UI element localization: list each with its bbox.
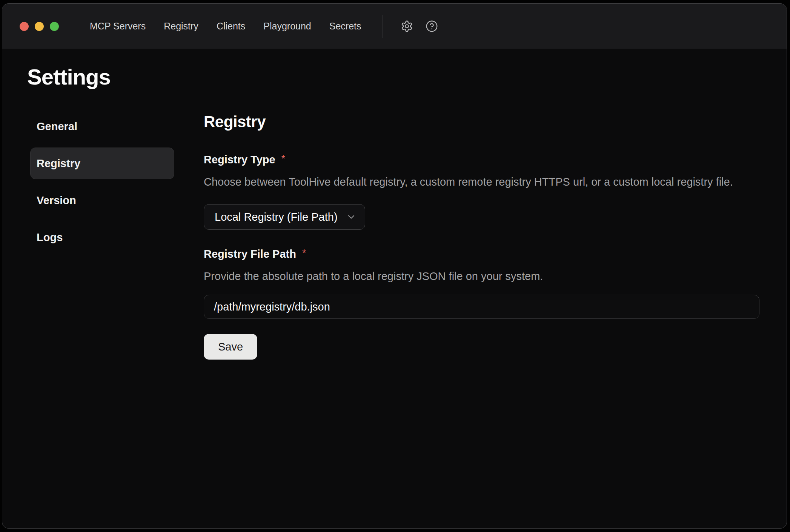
traffic-lights — [20, 22, 59, 31]
section-heading: Registry — [204, 113, 759, 131]
titlebar-divider — [383, 15, 383, 38]
registry-file-path-input[interactable] — [204, 295, 759, 319]
nav-secrets[interactable]: Secrets — [329, 21, 361, 32]
registry-file-path-label-row: Registry File Path * — [204, 248, 759, 260]
registry-type-label-row: Registry Type * — [204, 154, 759, 166]
sidebar-item-registry[interactable]: Registry — [30, 148, 174, 179]
nav-mcp-servers[interactable]: MCP Servers — [90, 21, 146, 32]
registry-settings-panel: Registry Registry Type * Choose between … — [204, 111, 759, 360]
save-button[interactable]: Save — [204, 334, 257, 360]
required-asterisk: * — [302, 247, 306, 259]
nav-playground[interactable]: Playground — [263, 21, 311, 32]
registry-file-path-label: Registry File Path — [204, 248, 296, 260]
titlebar: MCP Servers Registry Clients Playground … — [2, 4, 787, 49]
nav-registry[interactable]: Registry — [164, 21, 198, 32]
gear-icon — [401, 20, 413, 32]
sidebar-item-general[interactable]: General — [30, 111, 174, 142]
registry-file-path-description: Provide the absolute path to a local reg… — [204, 270, 759, 283]
help-icon — [426, 20, 438, 32]
required-asterisk: * — [281, 153, 285, 165]
settings-page: Settings General Registry Version Logs R… — [2, 49, 787, 360]
close-button[interactable] — [20, 22, 29, 31]
help-button[interactable] — [424, 18, 440, 35]
registry-type-label: Registry Type — [204, 154, 275, 166]
settings-sidebar: General Registry Version Logs — [30, 111, 174, 360]
zoom-button[interactable] — [50, 22, 59, 31]
sidebar-item-logs[interactable]: Logs — [30, 221, 174, 253]
app-window: MCP Servers Registry Clients Playground … — [2, 3, 787, 529]
main-nav: MCP Servers Registry Clients Playground … — [90, 21, 361, 32]
registry-type-selected-value: Local Registry (File Path) — [215, 211, 338, 223]
registry-type-description: Choose between ToolHive default registry… — [204, 176, 759, 188]
settings-button[interactable] — [399, 18, 415, 35]
page-title: Settings — [27, 64, 759, 89]
registry-type-select[interactable]: Local Registry (File Path) — [204, 204, 365, 230]
minimize-button[interactable] — [35, 22, 44, 31]
sidebar-item-version[interactable]: Version — [30, 185, 174, 216]
nav-clients[interactable]: Clients — [217, 21, 245, 32]
chevron-down-icon — [346, 212, 357, 222]
